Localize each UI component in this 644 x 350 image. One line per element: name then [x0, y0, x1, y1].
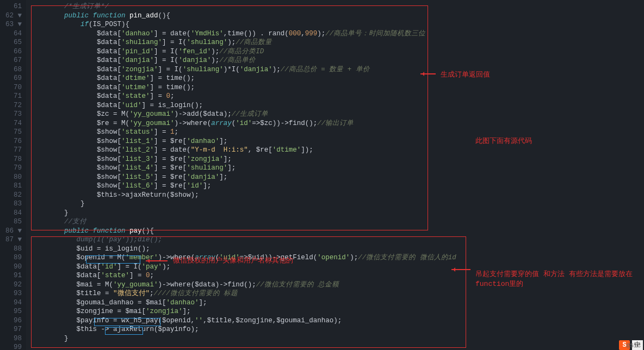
code-line[interactable]: //支付 — [32, 217, 644, 227]
code-line[interactable]: $openid = M('member')->where(array('uid'… — [32, 253, 644, 262]
code-line[interactable]: $title = "微信支付";////微信支付需要的 标题 — [32, 289, 644, 298]
code-line[interactable]: $data['state'] = 0; — [32, 92, 644, 101]
code-line[interactable]: dump(I('pay'));die(); — [32, 235, 644, 245]
code-line[interactable]: $show['list_3'] = $re['zongjia']; — [32, 155, 644, 164]
code-line[interactable]: $show['status'] = 1; — [32, 128, 644, 137]
code-line[interactable]: $show['list_2'] = date("Y-m-d H:i:s", $r… — [32, 146, 644, 155]
code-line[interactable]: $payinfo = wx_h5_pay($openid,'',$title,$… — [32, 316, 644, 326]
code-line[interactable]: $data['danjia'] = I('danjia');//商品单价 — [32, 56, 644, 65]
annotation-label-4: 吊起支付需要穿的值 和方法 有些方法是需要放在function里的 — [475, 269, 644, 289]
code-line[interactable]: $uid = is_login(); — [32, 245, 644, 254]
code-line[interactable]: $data['zongjia'] = I('shuliang')*I('danj… — [32, 65, 644, 74]
code-line[interactable]: $show['list_1'] = $re['danhao']; — [32, 137, 644, 146]
code-line[interactable]: $this -> ajaxReturn($payinfo); — [32, 325, 644, 334]
code-line[interactable]: if(IS_POST){ — [32, 20, 644, 29]
code-line[interactable]: public function pin_add(){ — [32, 11, 644, 21]
code-line[interactable]: $this->ajaxReturn($show); — [32, 191, 644, 200]
arrow-3 — [451, 269, 470, 270]
code-line[interactable]: } — [32, 199, 644, 209]
code-editor: 6162 ▼63 ▼646566676869707172737475767778… — [0, 0, 644, 350]
code-line[interactable]: public function pay(){ — [32, 227, 644, 236]
arrow-1 — [420, 73, 436, 74]
code-area[interactable]: /*生成订单*/ public function pin_add(){ if(I… — [26, 0, 644, 350]
annotation-label-1: 生成订单返回值 — [441, 70, 490, 79]
code-line[interactable]: $data['pin_id'] = I('fen_id');//商品分类ID — [32, 47, 644, 57]
code-line[interactable]: $data['utime'] = time(); — [32, 83, 644, 92]
code-line[interactable]: $zc = M('yy_goumai')->add($data);//生成订单 — [32, 110, 644, 119]
code-line[interactable]: } — [32, 209, 644, 218]
code-line[interactable]: } — [32, 334, 644, 343]
code-line[interactable]: $data['shuliang'] = I('shuliang');//商品数量 — [32, 38, 644, 47]
annotation-label-3: 微信授权的用户头像和用户名称其他的 — [173, 255, 293, 265]
code-line[interactable]: $zongjine = $mai['zongjia']; — [32, 307, 644, 316]
code-line[interactable]: $data['uid'] = is_login(); — [32, 101, 644, 110]
code-line[interactable]: $show['list_6'] = $re['id']; — [32, 182, 644, 191]
code-line[interactable]: $show['list_5'] = $re['danjia']; — [32, 173, 644, 182]
code-line[interactable]: $goumai_danhao = $mai['danhao']; — [32, 298, 644, 308]
line-number-gutter: 6162 ▼63 ▼646566676869707172737475767778… — [0, 0, 26, 350]
arrow-2 — [146, 260, 168, 261]
watermark: @51C — [627, 342, 641, 349]
code-line[interactable]: $re = M('yy_goumai')->where(array('id'=>… — [32, 119, 644, 128]
code-line[interactable]: $data['danhao'] = date('YmdHis',time()) … — [32, 29, 644, 39]
code-line[interactable]: $show['list_4'] = $re['shuliang']; — [32, 164, 644, 173]
code-line[interactable] — [32, 343, 644, 350]
annotation-label-2: 此图下面有源代码 — [475, 136, 532, 146]
code-line[interactable]: $data['dtime'] = time(); — [32, 74, 644, 83]
code-line[interactable]: /*生成订单*/ — [32, 2, 644, 11]
